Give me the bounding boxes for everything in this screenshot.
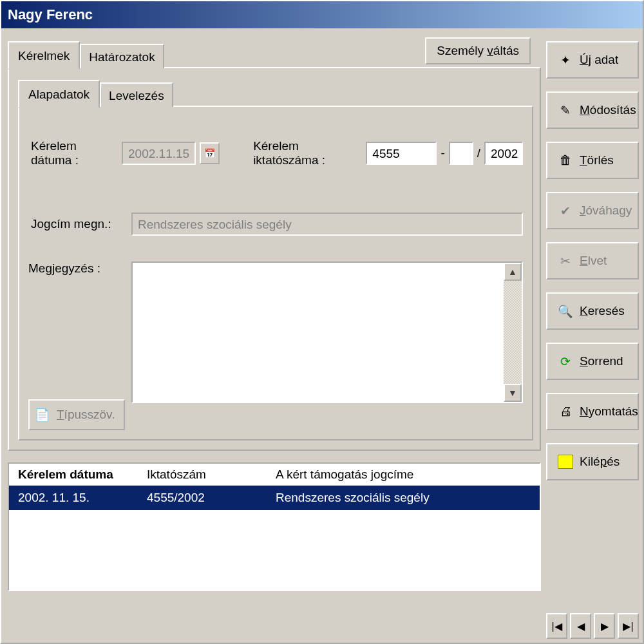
- exit-button[interactable]: Kilépés: [546, 443, 639, 480]
- cell-reg: 4555/2002: [147, 491, 276, 505]
- jogcim-label: Jogcím megn.:: [31, 217, 128, 231]
- outer-tab-body: Személy váltás Alapadatok Levelezés Kére…: [8, 67, 541, 451]
- scroll-track[interactable]: [504, 281, 522, 384]
- search-label: Keresés: [580, 304, 625, 318]
- col-title[interactable]: A kért támogatás jogcíme: [276, 468, 531, 482]
- jogcim-field: Rendszeres szociális segély: [131, 213, 523, 236]
- check-icon: ✔: [558, 203, 573, 218]
- exit-icon: [558, 455, 573, 469]
- app-window: Nagy Ferenc Kérelmek Határozatok Személy…: [0, 0, 644, 644]
- requests-grid: Kérelem dátuma Iktatószám A kért támogat…: [8, 462, 541, 591]
- reject-label: Elvet: [580, 254, 607, 268]
- window-title: Nagy Ferenc: [8, 6, 93, 23]
- tab-levelezes[interactable]: Levelezés: [100, 82, 173, 107]
- nav-next-icon[interactable]: ▶: [594, 613, 615, 639]
- row-jogcim: Jogcím megn.: Rendszeres szociális segél…: [31, 213, 523, 236]
- regnum-label: Kérelem iktatószáma :: [253, 139, 362, 167]
- search-icon: 🔍: [558, 303, 573, 319]
- regnum-main-field[interactable]: 4555: [366, 142, 437, 165]
- tipusszov-button: 📄 Típusszöv.: [28, 399, 125, 430]
- grid-header: Kérelem dátuma Iktatószám A kért támogat…: [9, 464, 540, 486]
- note-label: Megjegyzés :: [28, 261, 125, 276]
- delete-label: Törlés: [580, 153, 614, 167]
- date-label: Kérelem dátuma :: [31, 139, 118, 167]
- regnum-slash: /: [477, 146, 480, 160]
- content-area: Kérelmek Határozatok Személy váltás Alap…: [1, 28, 643, 643]
- outer-tab-row: Kérelmek Határozatok: [8, 41, 541, 68]
- row-date-regnum: Kérelem dátuma : 2002.11.15 📅 Kérelem ik…: [31, 139, 523, 167]
- regnum-year-field[interactable]: 2002: [484, 142, 523, 165]
- exit-label: Kilépés: [580, 455, 620, 469]
- new-label: Új adat: [580, 53, 618, 67]
- scroll-down-icon[interactable]: ▼: [504, 384, 522, 402]
- delete-button[interactable]: 🗑 Törlés: [546, 142, 639, 179]
- nav-prev-icon[interactable]: ◀: [570, 613, 591, 639]
- regnum-sub-field[interactable]: [449, 142, 473, 165]
- document-icon: 📄: [35, 407, 50, 422]
- search-button[interactable]: 🔍 Keresés: [546, 292, 639, 330]
- side-panel: ✦ Új adat ✎ Módosítás 🗑 Törlés ✔ Jóváhag…: [546, 28, 643, 643]
- cell-date: 2002. 11. 15.: [18, 491, 147, 505]
- print-label: Nyomtatás: [580, 404, 638, 419]
- print-button[interactable]: 🖨 Nyomtatás: [546, 393, 639, 430]
- refresh-icon: ⟳: [558, 354, 573, 369]
- new-icon: ✦: [558, 52, 573, 68]
- main-panel: Kérelmek Határozatok Személy váltás Alap…: [1, 28, 546, 643]
- col-date[interactable]: Kérelem dátuma: [18, 468, 147, 482]
- trash-icon: 🗑: [558, 153, 573, 168]
- inner-tab-body: Kérelem dátuma : 2002.11.15 📅 Kérelem ik…: [18, 106, 533, 440]
- nav-last-icon[interactable]: ▶|: [618, 613, 639, 639]
- inner-tab-row: Alapadatok Levelezés: [18, 80, 533, 107]
- tab-alapadatok[interactable]: Alapadatok: [18, 80, 100, 108]
- tab-kerelmek[interactable]: Kérelmek: [8, 41, 80, 70]
- note-textarea[interactable]: ▲ ▼: [131, 261, 523, 403]
- tipusszov-label: Típusszöv.: [57, 408, 115, 422]
- modify-button[interactable]: ✎ Módosítás: [546, 91, 639, 129]
- nav-first-icon[interactable]: |◀: [546, 613, 567, 639]
- tab-hatarozatok[interactable]: Határozatok: [80, 44, 164, 68]
- modify-label: Módosítás: [580, 103, 636, 117]
- date-field[interactable]: 2002.11.15: [122, 142, 196, 165]
- approve-label: Jóváhagy: [580, 204, 632, 218]
- row-note: Megjegyzés : 📄 Típusszöv. ▲ ▼: [28, 261, 523, 430]
- record-nav: |◀ ◀ ▶ ▶|: [546, 613, 639, 639]
- printer-icon: 🖨: [558, 404, 573, 419]
- sort-button[interactable]: ⟳ Sorrend: [546, 343, 639, 380]
- title-bar: Nagy Ferenc: [1, 1, 643, 28]
- modify-icon: ✎: [558, 102, 573, 118]
- reject-button: ✂ Elvet: [546, 242, 639, 279]
- new-button[interactable]: ✦ Új adat: [546, 41, 639, 79]
- scissors-icon: ✂: [558, 253, 573, 269]
- cell-title: Rendszeres szociális segély: [276, 491, 531, 505]
- sort-label: Sorrend: [580, 354, 623, 368]
- calendar-icon[interactable]: 📅: [200, 142, 220, 164]
- col-reg[interactable]: Iktatószám: [147, 468, 276, 482]
- approve-button: ✔ Jóváhagy: [546, 192, 639, 229]
- scroll-up-icon[interactable]: ▲: [504, 263, 522, 281]
- table-row[interactable]: 2002. 11. 15. 4555/2002 Rendszeres szoci…: [9, 486, 540, 510]
- regnum-dash: -: [440, 146, 444, 160]
